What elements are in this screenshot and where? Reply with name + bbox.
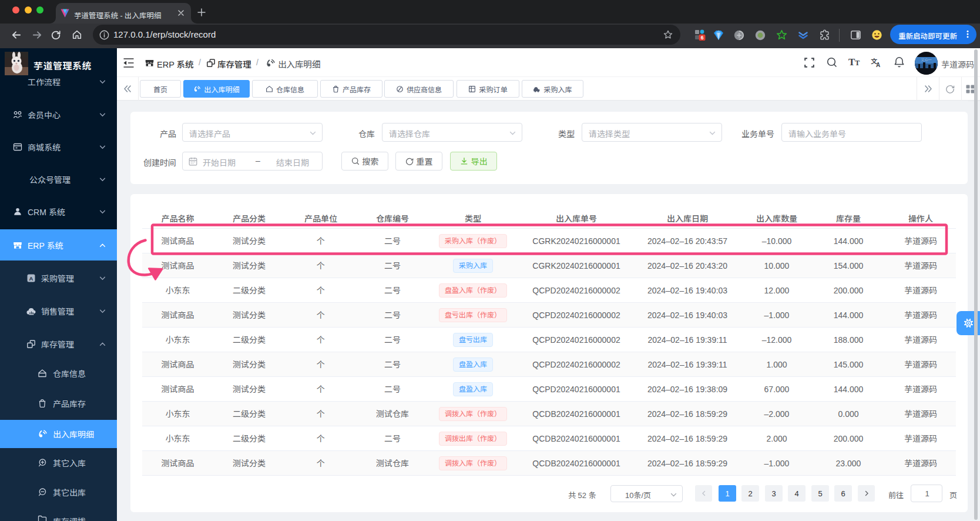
svg-text:6: 6 — [701, 35, 704, 41]
svg-text:A: A — [876, 62, 880, 68]
svg-text:又心一: 又心一 — [921, 58, 931, 62]
svg-text:A: A — [29, 275, 33, 282]
